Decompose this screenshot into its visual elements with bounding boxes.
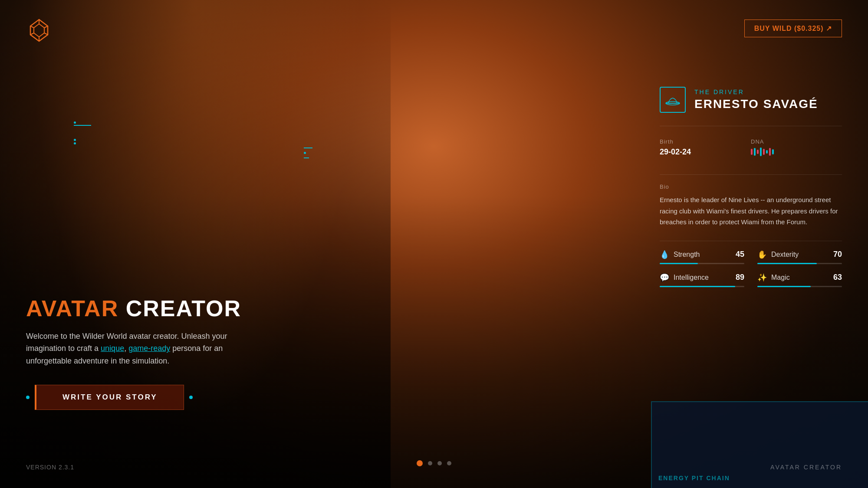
dna-bar (760, 147, 762, 156)
stat-icon: ✋ (757, 250, 767, 259)
stat-name-wrap: 💬 Intelligence (660, 273, 709, 282)
cta-wrap: WRITE YOUR STORY (26, 385, 243, 410)
subtitle-between: , (124, 344, 128, 353)
character-area (0, 0, 391, 488)
stat-header: 💧 Strength 45 (660, 250, 744, 259)
write-story-button[interactable]: WRITE YOUR STORY (35, 385, 184, 410)
stat-bar-fill (757, 263, 817, 264)
birth-block: Birth 29-02-24 (660, 135, 751, 164)
birth-value: 29-02-24 (660, 147, 751, 157)
dna-visual (751, 147, 842, 156)
stat-icon: 💧 (660, 250, 669, 259)
stat-bar-bg (660, 263, 744, 264)
stat-name: Magic (771, 274, 790, 282)
stat-item: 💬 Intelligence 89 (660, 273, 744, 287)
stat-item: ✋ Dexterity 70 (757, 250, 842, 264)
stat-name: Strength (674, 251, 700, 259)
dna-bar (772, 149, 774, 154)
story-dot-right (189, 396, 193, 399)
dna-block: DNA (751, 135, 842, 164)
stat-bar-fill (757, 286, 811, 287)
title-orange: AVATAR (26, 296, 118, 321)
stat-bar-bg (660, 286, 744, 287)
birth-label: Birth (660, 138, 751, 145)
stat-bar-fill (660, 263, 698, 264)
stat-name: Intelligence (674, 274, 709, 282)
dna-bar (754, 148, 756, 156)
page-title: AVATAR CREATOR (26, 296, 243, 321)
footer-label: AVATAR CREATOR (770, 464, 842, 471)
subtitle-unique: unique (101, 344, 124, 353)
character-panel: THE DRIVER ERNESTO SAVAGÉ Birth 29-02-24… (660, 87, 842, 287)
dna-bar (763, 149, 765, 155)
dna-label: DNA (751, 138, 842, 145)
stat-item: ✨ Magic 63 (757, 273, 842, 287)
buy-button-label: BUY WILD ($0.325) ↗ (754, 24, 832, 33)
dna-bar (766, 150, 768, 154)
stat-item: 💧 Strength 45 (660, 250, 744, 264)
page-dot-2[interactable] (428, 461, 432, 465)
stat-icon: ✨ (757, 273, 767, 282)
version-label: VERSION 2.3.1 (26, 464, 74, 471)
stats-section: 💧 Strength 45 ✋ Dexterity 70 (660, 241, 842, 287)
stat-value: 45 (736, 250, 744, 259)
screen-text: ENERGY PIT CHAIN (658, 475, 730, 481)
write-story-label: WRITE YOUR STORY (62, 393, 158, 401)
subtitle-game-ready: game-ready (128, 344, 170, 353)
character-header: THE DRIVER ERNESTO SAVAGÉ (660, 87, 842, 113)
character-title: THE DRIVER ERNESTO SAVAGÉ (694, 88, 818, 111)
character-details: Birth 29-02-24 DNA (660, 126, 842, 164)
stat-bar-fill (660, 286, 735, 287)
stats-grid: 💧 Strength 45 ✋ Dexterity 70 (660, 250, 842, 287)
character-role: THE DRIVER (694, 88, 818, 95)
bio-text: Ernesto is the leader of Nine Lives -- a… (660, 194, 842, 228)
hud-lines-left (74, 121, 91, 146)
stat-bar-bg (757, 286, 842, 287)
logo[interactable] (26, 17, 52, 45)
title-white: CREATOR (118, 296, 241, 321)
bottom-screen: ENERGY PIT CHAIN (651, 401, 868, 488)
stat-header: ✨ Magic 63 (757, 273, 842, 282)
stat-value: 70 (833, 250, 842, 259)
page-dot-1[interactable] (417, 460, 423, 466)
dna-bar (769, 148, 771, 156)
stat-name-wrap: ✨ Magic (757, 273, 790, 282)
stat-name-wrap: ✋ Dexterity (757, 250, 799, 259)
bio-section: Bio Ernesto is the leader of Nine Lives … (660, 174, 842, 228)
stat-header: 💬 Intelligence 89 (660, 273, 744, 282)
dna-bar (757, 150, 759, 154)
stat-icon: 💬 (660, 273, 669, 282)
stat-header: ✋ Dexterity 70 (757, 250, 842, 259)
stat-value: 63 (833, 273, 842, 282)
page-dot-4[interactable] (447, 461, 451, 465)
stat-name: Dexterity (771, 251, 799, 259)
dna-bar (751, 149, 753, 155)
stat-value: 89 (736, 273, 744, 282)
bio-label: Bio (660, 183, 842, 190)
hud-lines-right (304, 147, 312, 158)
page-dot-3[interactable] (437, 461, 442, 465)
buy-button[interactable]: BUY WILD ($0.325) ↗ (744, 20, 842, 37)
stat-name-wrap: 💧 Strength (660, 250, 700, 259)
hero-subtitle: Welcome to the Wilder World avatar creat… (26, 330, 243, 367)
character-name: ERNESTO SAVAGÉ (694, 97, 818, 111)
hero-content: AVATAR CREATOR Welcome to the Wilder Wor… (26, 296, 243, 410)
character-icon (660, 87, 686, 113)
stat-bar-bg (757, 263, 842, 264)
story-dot-left (26, 396, 30, 399)
pagination (417, 460, 451, 466)
